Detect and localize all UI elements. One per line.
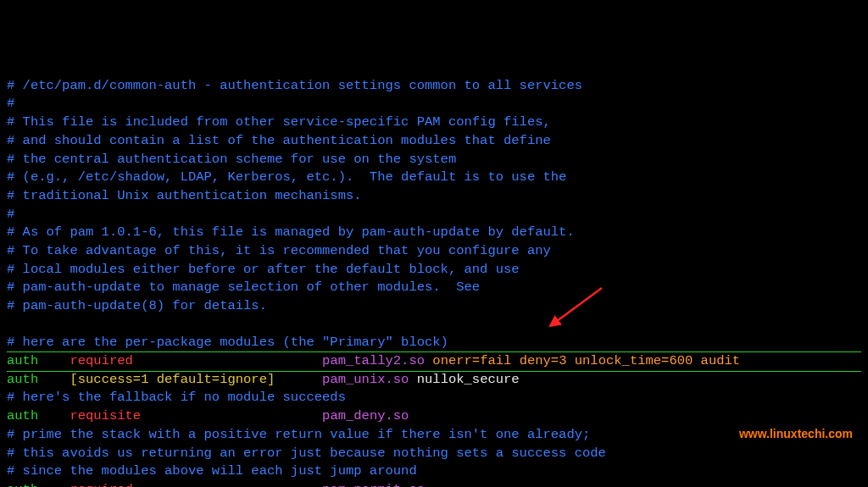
- annotation-arrow-icon: [547, 286, 606, 329]
- comment-line: #: [7, 96, 14, 111]
- comment-line: # here's the fallback if no module succe…: [7, 390, 346, 405]
- comment-line: # (e.g., /etc/shadow, LDAP, Kerberos, et…: [7, 169, 566, 185]
- comment-line: #: [7, 207, 14, 222]
- pam-type: auth: [7, 482, 38, 487]
- comment-line: # here are the per-package modules (the …: [7, 335, 448, 350]
- pam-module: pam_deny.so: [322, 408, 409, 423]
- pam-line: auth requisite pam_deny.so: [7, 408, 409, 423]
- comment-line: # local modules either before or after t…: [7, 262, 520, 277]
- pam-args: onerr=fail deny=3 unlock_time=600 audit: [432, 353, 740, 368]
- comment-line: # pam-auth-update(8) for details.: [7, 298, 267, 313]
- comment-line: # This file is included from other servi…: [7, 114, 551, 130]
- pam-line: auth [success=1 default=ignore] pam_unix…: [7, 372, 520, 387]
- pam-type: auth: [7, 372, 38, 387]
- pam-module: pam_unix.so: [322, 372, 409, 387]
- pam-args: nullok_secure: [417, 372, 520, 387]
- pam-control: required: [70, 482, 132, 487]
- pam-line: auth required pam_permit.so: [7, 482, 425, 487]
- comment-line: # traditional Unix authentication mechan…: [7, 188, 362, 203]
- pam-control: [success=1 default=ignore]: [70, 372, 275, 387]
- comment-line: # and should contain a list of the authe…: [7, 133, 551, 148]
- comment-line: # the central authentication scheme for …: [7, 152, 456, 167]
- pam-module: pam_permit.so: [322, 482, 425, 487]
- pam-type: auth: [7, 353, 38, 368]
- pam-type: auth: [7, 408, 38, 423]
- pam-module: pam_tally2.so: [322, 353, 425, 368]
- pam-line-highlighted: auth required pam_tally2.so onerr=fail d…: [7, 351, 861, 372]
- comment-line: # /etc/pam.d/common-auth - authenticatio…: [7, 78, 582, 93]
- comment-line: # this avoids us returning an error just…: [7, 445, 606, 461]
- pam-control: requisite: [70, 408, 141, 423]
- comment-line: # since the modules above will each just…: [7, 463, 417, 479]
- comment-line: # pam-auth-update to manage selection of…: [7, 279, 480, 295]
- comment-line: # prime the stack with a positive return…: [7, 427, 590, 442]
- pam-control: required: [70, 353, 132, 368]
- svg-line-0: [554, 288, 602, 324]
- watermark: www.linuxtechi.com: [739, 426, 853, 443]
- comment-line: # As of pam 1.0.1-6, this file is manage…: [7, 224, 575, 240]
- comment-line: # To take advantage of this, it is recom…: [7, 243, 551, 258]
